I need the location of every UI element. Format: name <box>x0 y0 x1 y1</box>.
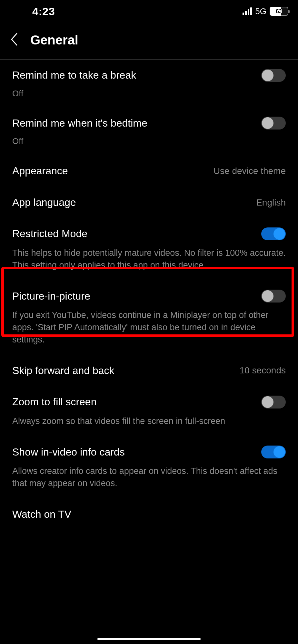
status-time: 4:23 <box>32 5 55 18</box>
setting-skip-forward-back[interactable]: Skip forward and back 10 seconds <box>10 355 288 387</box>
setting-label: Watch on TV <box>12 508 71 521</box>
network-type: 5G <box>255 6 266 16</box>
setting-appearance[interactable]: Appearance Use device theme <box>10 155 288 187</box>
setting-info-cards[interactable]: Show in-video info cards Allows creator … <box>10 437 288 499</box>
status-bar: 4:23 5G 63 <box>0 0 298 23</box>
toggle-info-cards[interactable] <box>261 446 286 458</box>
setting-value: 10 seconds <box>240 365 286 376</box>
header: General <box>0 23 298 60</box>
back-icon[interactable] <box>10 32 19 48</box>
cellular-signal-icon <box>243 7 252 15</box>
setting-label: Show in-video info cards <box>12 446 125 459</box>
toggle-remind-break[interactable] <box>261 69 286 82</box>
setting-status: Off <box>12 136 286 146</box>
status-right: 5G 63 <box>243 6 288 16</box>
setting-picture-in-picture[interactable]: Picture-in-picture If you exit YouTube, … <box>10 281 288 355</box>
setting-description: Always zoom so that videos fill the scre… <box>12 415 286 428</box>
toggle-restricted-mode[interactable] <box>261 227 286 240</box>
home-indicator[interactable] <box>97 638 201 640</box>
toggle-remind-bedtime[interactable] <box>261 117 286 130</box>
setting-label: App language <box>12 196 76 209</box>
setting-remind-bedtime[interactable]: Remind me when it's bedtime Off <box>10 108 288 156</box>
setting-label: Skip forward and back <box>12 364 114 378</box>
toggle-zoom-fill[interactable] <box>261 396 286 409</box>
setting-label: Remind me to take a break <box>12 69 136 82</box>
setting-label: Remind me when it's bedtime <box>12 117 147 130</box>
setting-value: English <box>256 197 286 208</box>
setting-watch-on-tv[interactable]: Watch on TV <box>10 499 288 530</box>
setting-remind-break[interactable]: Remind me to take a break Off <box>10 60 288 108</box>
setting-description: If you exit YouTube, videos continue in … <box>12 309 286 346</box>
setting-restricted-mode[interactable]: Restricted Mode This helps to hide poten… <box>10 218 288 280</box>
setting-label: Picture-in-picture <box>12 290 90 303</box>
battery-level: 63 <box>276 8 282 15</box>
page-title: General <box>30 33 78 47</box>
settings-list: Remind me to take a break Off Remind me … <box>0 60 298 530</box>
setting-app-language[interactable]: App language English <box>10 187 288 218</box>
toggle-picture-in-picture[interactable] <box>261 290 286 303</box>
setting-status: Off <box>12 89 286 99</box>
setting-zoom-fill[interactable]: Zoom to fill screen Always zoom so that … <box>10 386 288 436</box>
setting-label: Appearance <box>12 164 68 178</box>
battery-icon: 63 <box>270 7 288 16</box>
setting-description: Allows creator info cards to appear on v… <box>12 465 286 490</box>
setting-description: This helps to hide potentially mature vi… <box>12 247 286 272</box>
setting-label: Restricted Mode <box>12 227 87 241</box>
setting-label: Zoom to fill screen <box>12 395 96 409</box>
setting-value: Use device theme <box>214 166 286 176</box>
